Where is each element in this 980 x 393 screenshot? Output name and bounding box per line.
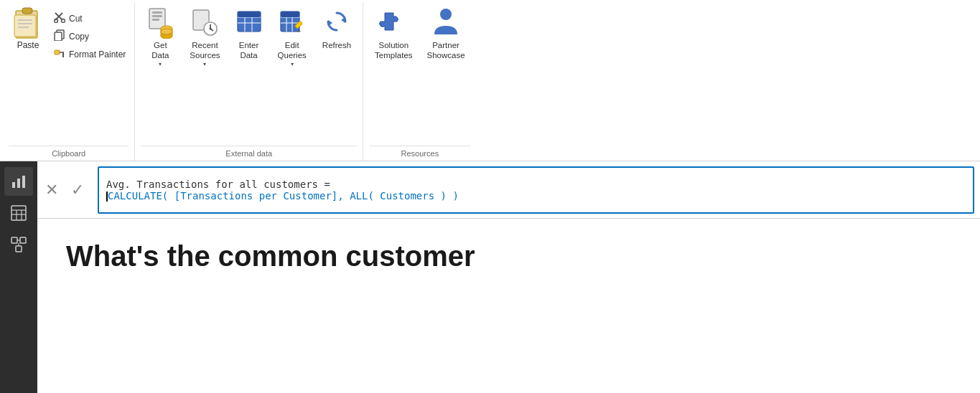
ribbon-content: Paste Cut xyxy=(0,0,980,161)
svg-rect-12 xyxy=(55,50,60,55)
svg-rect-49 xyxy=(17,179,20,188)
svg-rect-57 xyxy=(20,237,26,243)
svg-rect-36 xyxy=(238,11,261,17)
refresh-button[interactable]: Refresh xyxy=(317,6,357,52)
formula-confirm-button[interactable]: ✓ xyxy=(69,181,86,199)
svg-rect-1 xyxy=(22,8,32,14)
svg-rect-42 xyxy=(281,11,299,17)
cut-button[interactable]: Cut xyxy=(50,10,129,27)
svg-rect-17 xyxy=(152,15,162,17)
copy-label: Copy xyxy=(69,32,89,42)
svg-point-8 xyxy=(55,19,58,23)
refresh-label: Refresh xyxy=(322,41,351,51)
sidebar-item-data[interactable] xyxy=(4,199,33,227)
formula-bar: ✕ ✓ Avg. Transactions for all customers … xyxy=(37,161,980,219)
recent-sources-arrow: ▾ xyxy=(203,61,206,67)
edit-queries-arrow: ▾ xyxy=(291,61,294,67)
solution-templates-button[interactable]: SolutionTemplates xyxy=(369,6,418,62)
paste-button[interactable]: Paste xyxy=(9,6,47,52)
external-data-group-label: External data xyxy=(141,146,357,161)
copy-icon xyxy=(53,29,66,43)
svg-rect-48 xyxy=(12,182,15,188)
solution-templates-label: SolutionTemplates xyxy=(375,41,412,61)
formula-box[interactable]: Avg. Transactions for all customers = CA… xyxy=(98,166,974,214)
svg-rect-56 xyxy=(11,237,17,243)
clipboard-small-buttons: Cut Copy xyxy=(50,6,129,62)
edit-queries-button[interactable]: EditQueries ▾ xyxy=(272,6,312,69)
recent-sources-label-wrap: RecentSources ▾ xyxy=(190,41,220,67)
paste-label: Paste xyxy=(17,40,39,50)
table-icon xyxy=(11,205,27,221)
svg-marker-46 xyxy=(328,20,332,26)
partner-showcase-label: PartnerShowcase xyxy=(427,41,465,61)
cut-label: Cut xyxy=(69,14,83,24)
resources-group-label: Resources xyxy=(369,146,470,161)
format-painter-icon xyxy=(53,47,66,61)
formula-cancel-button[interactable]: ✕ xyxy=(43,181,60,199)
svg-marker-45 xyxy=(341,17,345,23)
sidebar-item-report[interactable] xyxy=(4,167,33,196)
formula-line1: Avg. Transactions for all customers = xyxy=(106,179,966,190)
svg-point-30 xyxy=(210,28,212,30)
external-data-group: GetData ▾ xyxy=(135,3,363,161)
sidebar-item-model[interactable] xyxy=(4,230,33,259)
svg-rect-2 xyxy=(14,15,36,37)
get-data-arrow: ▾ xyxy=(159,61,162,67)
bottom-area: ✕ ✓ Avg. Transactions for all customers … xyxy=(0,161,980,393)
recent-sources-button[interactable]: RecentSources ▾ xyxy=(184,6,225,69)
get-data-button[interactable]: GetData ▾ xyxy=(141,6,179,69)
partner-showcase-icon xyxy=(431,7,460,39)
svg-rect-50 xyxy=(22,176,25,188)
edit-queries-label: EditQueries xyxy=(278,41,307,61)
ribbon: Paste Cut xyxy=(0,0,980,161)
clipboard-buttons: Paste Cut xyxy=(9,6,129,143)
svg-point-47 xyxy=(440,9,452,20)
cut-icon xyxy=(53,11,66,25)
canvas-title: What's the common customer xyxy=(66,240,475,273)
paste-clipboard-svg xyxy=(13,5,43,41)
edit-queries-icon xyxy=(279,7,305,39)
main-content: ✕ ✓ Avg. Transactions for all customers … xyxy=(37,161,980,393)
refresh-icon xyxy=(324,7,350,39)
formula-line2: CALCULATE( [Transactions per Customer], … xyxy=(106,190,966,202)
partner-showcase-button[interactable]: PartnerShowcase xyxy=(421,6,471,62)
get-data-label-wrap: GetData ▾ xyxy=(151,41,169,67)
format-painter-label: Format Painter xyxy=(69,49,126,60)
clipboard-group: Paste Cut xyxy=(3,3,135,161)
svg-rect-51 xyxy=(11,206,26,220)
enter-data-label: EnterData xyxy=(239,41,259,61)
solution-templates-icon xyxy=(379,7,408,39)
get-data-icon xyxy=(146,7,174,39)
svg-point-9 xyxy=(62,19,65,23)
formula-actions: ✕ ✓ xyxy=(43,181,92,199)
resources-group: SolutionTemplates PartnerShowcase Resour… xyxy=(363,3,476,161)
recent-sources-icon xyxy=(192,7,218,39)
copy-button[interactable]: Copy xyxy=(50,28,129,44)
model-icon xyxy=(11,237,27,252)
enter-data-button[interactable]: EnterData xyxy=(230,6,268,62)
format-painter-button[interactable]: Format Painter xyxy=(50,46,129,62)
svg-rect-58 xyxy=(16,246,22,252)
svg-rect-11 xyxy=(55,32,62,41)
svg-rect-16 xyxy=(152,11,162,14)
edit-queries-label-wrap: EditQueries ▾ xyxy=(278,41,307,67)
paste-icon xyxy=(13,7,43,39)
sidebar xyxy=(0,161,37,393)
resources-buttons: SolutionTemplates PartnerShowcase xyxy=(369,6,470,143)
canvas-area: What's the common customer xyxy=(37,219,980,393)
external-data-buttons: GetData ▾ xyxy=(141,6,357,143)
bar-chart-icon xyxy=(11,174,27,189)
svg-rect-18 xyxy=(152,19,159,21)
recent-sources-label: RecentSources xyxy=(190,41,220,61)
get-data-label: GetData xyxy=(151,41,169,61)
svg-point-24 xyxy=(161,29,172,34)
clipboard-group-label: Clipboard xyxy=(9,146,129,161)
enter-data-icon xyxy=(236,7,262,39)
